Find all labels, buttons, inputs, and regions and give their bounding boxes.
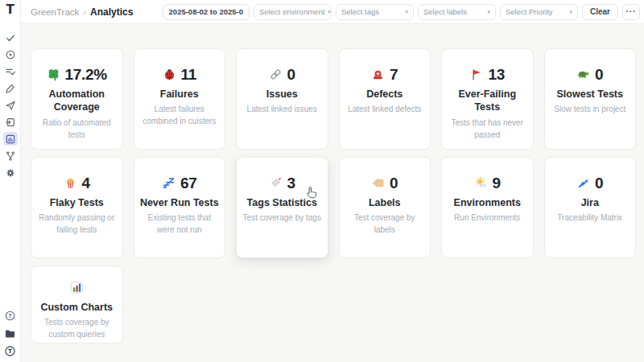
card-title: Ever-Failing Tests: [448, 88, 527, 114]
folder-icon: [4, 327, 16, 339]
card-ever-failing-tests[interactable]: 13 Ever-Failing Tests Tests that has nev…: [441, 48, 534, 150]
card-subtitle: Tests that has never passed: [448, 117, 527, 141]
card-value: 9: [493, 175, 501, 191]
card-subtitle: Test coverage by tags: [242, 212, 322, 224]
card-subtitle: Test coverage by labels: [345, 212, 425, 236]
avatar-icon: [4, 345, 16, 357]
sidebar-item-avatar[interactable]: [3, 344, 18, 358]
card-title: Slowest Tests: [551, 88, 630, 101]
sidebar-item-play-circle[interactable]: [3, 47, 18, 61]
link-icon: [269, 68, 283, 81]
filter-select-labels[interactable]: Select labels ▾: [418, 4, 496, 20]
play-circle-icon: [5, 49, 16, 60]
sidebar-item-check[interactable]: [3, 31, 18, 44]
card-subtitle: Latest failures combined in cuisters: [140, 103, 220, 127]
chevron-down-icon: ▾: [405, 9, 408, 15]
card-value: 4: [82, 175, 90, 191]
sidebar-item-box-import[interactable]: [3, 115, 18, 129]
pen-icon: [5, 83, 16, 94]
card-title: Flaky Tests: [37, 196, 117, 209]
filter-select-tags[interactable]: Select tags ▾: [336, 4, 414, 20]
sidebar-item-plane[interactable]: [3, 98, 18, 112]
card-value: 0: [595, 175, 603, 191]
card-value: 0: [595, 67, 603, 82]
card-title: Labels: [345, 196, 425, 209]
clear-filters-button[interactable]: Clear: [582, 4, 618, 20]
card-value: 0: [390, 175, 398, 191]
box-import-icon: [5, 117, 16, 128]
card-value: 11: [181, 67, 197, 82]
sidebar-item-analytics[interactable]: [3, 132, 18, 146]
card-title: Environments: [448, 196, 527, 209]
filter-dropdowns: Select environment ▾ Select tags ▾ Selec…: [254, 4, 578, 20]
card-tags-statistics[interactable]: 3 Tags Statistics Test coverage by tags: [236, 157, 328, 258]
analytics-icon: [5, 134, 16, 145]
card-subtitle: Traceability Matrix: [551, 212, 630, 224]
card-subtitle: Existing tests that were not run: [140, 212, 220, 236]
ladybug-icon: [163, 68, 176, 81]
check-icon: [5, 32, 16, 43]
label-icon: [371, 176, 385, 190]
card-title: Automation Coverage: [37, 88, 117, 114]
sidebar-item-folder[interactable]: [3, 327, 18, 340]
sidebar-item-branch[interactable]: [3, 149, 18, 162]
card-subtitle: Run Environments: [448, 212, 527, 224]
card-title: Jira: [551, 196, 630, 209]
filter-select-environment[interactable]: Select environment ▾: [254, 4, 332, 20]
clover-icon: [47, 68, 60, 81]
card-jira[interactable]: 0 Jira Traceability Matrix: [544, 157, 637, 258]
help-icon: [4, 310, 16, 322]
sidebar-item-pen[interactable]: [3, 81, 18, 95]
card-environments[interactable]: 9 Environments Run Environments: [441, 157, 534, 258]
sidebar: T: [0, 0, 21, 362]
card-custom-charts[interactable]: Custom Charts Tests coverage by custom q…: [31, 265, 123, 343]
breadcrumb-project[interactable]: GreenTrack: [31, 7, 79, 17]
card-subtitle: Latest linked defects: [345, 103, 425, 115]
card-flaky-tests[interactable]: 4 Flaky Tests Randomly passing or failin…: [31, 157, 123, 258]
card-labels[interactable]: 0 Labels Test coverage by labels: [339, 157, 431, 258]
card-subtitle: Randomly passing or failing tests: [37, 212, 117, 236]
chevron-down-icon: ▾: [569, 9, 572, 15]
beacon-icon: [371, 68, 385, 81]
card-never-run-tests[interactable]: 67 Never Run Tests Existing tests that w…: [134, 157, 226, 258]
card-automation-coverage[interactable]: 17.2% Automation Coverage Ratio of autom…: [31, 48, 123, 150]
card-title: Failures: [140, 88, 220, 101]
filter-select-priority[interactable]: Select Priority ▾: [500, 4, 578, 20]
chevron-down-icon: ▾: [487, 9, 490, 15]
card-title: Custom Charts: [37, 301, 117, 314]
card-value: 3: [287, 175, 295, 191]
task-list-icon: [5, 66, 16, 77]
breadcrumb-separator-icon: ›: [83, 7, 86, 17]
widget-grid: 17.2% Automation Coverage Ratio of autom…: [31, 48, 636, 343]
jira-icon: [576, 176, 590, 190]
page-title: Analytics: [90, 6, 133, 18]
turtle-icon: [576, 68, 590, 81]
card-subtitle: Latest linked issues: [242, 103, 322, 115]
card-defects[interactable]: 7 Defects Latest linked defects: [339, 48, 431, 150]
card-subtitle: Slow tests in project: [551, 103, 630, 115]
card-title: Tags Statistics: [242, 196, 322, 209]
card-title: Issues: [242, 88, 322, 101]
popcorn-icon: [64, 176, 77, 190]
flag-icon: [469, 68, 483, 81]
card-subtitle: Tests coverage by custom quieries: [37, 316, 117, 340]
card-slowest-tests[interactable]: 0 Slowest Tests Slow tests in project: [544, 48, 637, 150]
more-options-button[interactable]: ···: [622, 4, 640, 20]
app-logo[interactable]: T: [6, 4, 14, 16]
suncloud-icon: [474, 176, 488, 190]
sidebar-nav: [3, 31, 18, 179]
filter-bar: 2025-08-02 to 2025-0 Select environment …: [163, 4, 640, 20]
gear-icon: [5, 167, 16, 179]
zzz-icon: [162, 176, 175, 190]
chevron-down-icon: ▾: [328, 9, 331, 15]
card-title: Never Run Tests: [140, 196, 220, 209]
analytics-page: T GreenTrack › Analytics 2025-08-02 to 2…: [0, 0, 644, 362]
sidebar-item-help[interactable]: [3, 309, 18, 323]
top-bar: GreenTrack › Analytics 2025-08-02 to 202…: [21, 0, 644, 24]
card-failures[interactable]: 11 Failures Latest failures combined in …: [134, 48, 226, 150]
date-range-picker[interactable]: 2025-08-02 to 2025-0: [163, 4, 250, 20]
sidebar-item-gear[interactable]: [3, 166, 18, 179]
sidebar-item-task-list[interactable]: [3, 64, 18, 78]
card-value: 13: [488, 67, 505, 82]
card-issues[interactable]: 0 Issues Latest linked issues: [236, 48, 328, 150]
